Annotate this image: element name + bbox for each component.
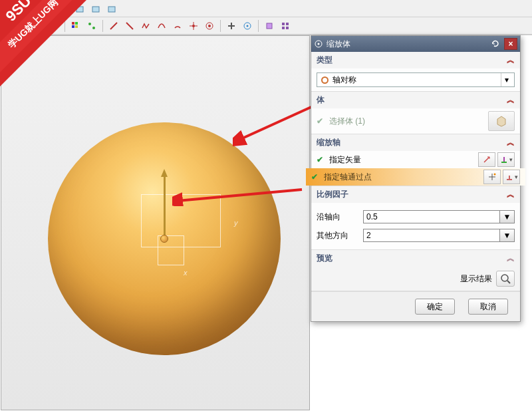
axis-y-label: y xyxy=(234,219,238,227)
type-dropdown-value: 轴对称 xyxy=(332,74,356,86)
grid-icon[interactable] xyxy=(278,19,293,33)
section-scale-axis: 缩放轴︽ ✔ 指定矢量 ✔ 指定轴通过点 xyxy=(311,134,520,186)
select-body-label: 选择体 (1) xyxy=(329,116,488,127)
stepper-button[interactable]: ▼ xyxy=(500,210,515,223)
chevron-up-icon: ︽ xyxy=(507,253,515,264)
cancel-button[interactable]: 取消 xyxy=(468,299,508,315)
other-direction-label: 其他方向 xyxy=(317,230,363,241)
svg-line-16 xyxy=(110,23,117,29)
toolbar-icon[interactable] xyxy=(104,1,119,16)
svg-point-14 xyxy=(88,23,91,25)
viewport[interactable]: y x xyxy=(1,35,310,410)
select-body-row[interactable]: ✔ 选择体 (1) xyxy=(317,112,515,130)
svg-rect-30 xyxy=(282,27,285,29)
chevron-up-icon: ︽ xyxy=(507,55,515,66)
point-icon[interactable] xyxy=(186,19,201,33)
check-icon: ✔ xyxy=(311,172,321,182)
check-icon: ✔ xyxy=(317,155,326,164)
svg-rect-29 xyxy=(286,23,289,25)
plus-icon[interactable] xyxy=(224,19,239,33)
point-picker-button[interactable] xyxy=(483,170,501,184)
section-type: 类型︽ 轴对称 ▾ xyxy=(311,52,520,92)
section-header-type[interactable]: 类型︽ xyxy=(311,52,520,68)
specify-axis-point-row[interactable]: ✔ 指定轴通过点 xyxy=(306,168,525,186)
svg-rect-27 xyxy=(267,23,272,29)
svg-point-37 xyxy=(318,43,320,45)
target2-icon[interactable] xyxy=(240,19,255,33)
reset-icon[interactable] xyxy=(489,38,502,50)
chevron-up-icon: ︽ xyxy=(507,94,515,106)
svg-point-22 xyxy=(208,25,211,27)
origin-point xyxy=(160,235,168,243)
svg-line-33 xyxy=(178,190,302,201)
section-header-preview[interactable]: 预览︽ xyxy=(311,250,520,267)
specify-vector-row[interactable]: ✔ 指定矢量 xyxy=(311,151,520,168)
other-direction-field: 其他方向 ▼ xyxy=(317,227,515,244)
line2-icon[interactable] xyxy=(122,19,137,33)
along-axis-label: 沿轴向 xyxy=(317,211,363,223)
specify-vector-label: 指定矢量 xyxy=(329,154,476,166)
along-axis-field: 沿轴向 ▼ xyxy=(317,208,515,225)
svg-rect-28 xyxy=(282,23,285,25)
show-result-row: 显示结果 xyxy=(311,267,520,291)
svg-point-15 xyxy=(92,27,95,29)
section-body: 体︽ ✔ 选择体 (1) xyxy=(311,92,520,134)
solid-body-icon[interactable] xyxy=(488,111,515,131)
show-result-label: 显示结果 xyxy=(460,273,492,285)
svg-point-47 xyxy=(501,275,508,281)
section-scale-factor: 比例因子︽ 沿轴向 ▼ 其他方向 ▼ xyxy=(311,186,520,250)
arc-icon[interactable] xyxy=(170,19,185,33)
section-preview: 预览︽ 显示结果 xyxy=(311,250,520,291)
dialog-titlebar[interactable]: 缩放体 × xyxy=(311,36,520,52)
svg-line-17 xyxy=(126,23,133,29)
target-icon[interactable] xyxy=(202,19,217,33)
svg-point-26 xyxy=(247,25,249,27)
gear-icon xyxy=(314,39,323,49)
stepper-button[interactable]: ▼ xyxy=(500,229,515,242)
axisymmetric-icon xyxy=(320,75,329,84)
specify-axis-point-label: 指定轴通过点 xyxy=(324,172,481,183)
svg-rect-6 xyxy=(108,7,115,12)
along-axis-input[interactable] xyxy=(363,210,500,223)
axis-arrow xyxy=(164,172,166,239)
svg-rect-31 xyxy=(286,27,289,29)
curve-icon[interactable] xyxy=(154,19,169,33)
section-header-body[interactable]: 体︽ xyxy=(311,92,520,108)
check-icon: ✔ xyxy=(317,116,326,126)
chevron-up-icon: ︽ xyxy=(507,189,515,200)
svg-point-44 xyxy=(494,174,496,176)
line-icon[interactable] xyxy=(106,19,121,33)
svg-rect-5 xyxy=(92,7,99,12)
vector-method-dropdown[interactable] xyxy=(497,152,515,167)
vector-picker-button[interactable] xyxy=(478,152,495,167)
show-result-button[interactable] xyxy=(496,271,515,287)
vertex-icon[interactable] xyxy=(84,19,99,33)
section-header-axis[interactable]: 缩放轴︽ xyxy=(311,134,520,151)
chevron-up-icon: ︽ xyxy=(507,137,515,148)
scale-body-dialog: 缩放体 × 类型︽ 轴对称 ▾ 体︽ ✔ 选择体 (1) 缩放轴︽ xyxy=(311,35,521,322)
toolbar-icon[interactable] xyxy=(88,1,103,16)
svg-line-39 xyxy=(484,157,489,162)
annotation-arrow xyxy=(172,186,305,206)
annotation-arrow xyxy=(233,103,319,150)
svg-line-48 xyxy=(507,281,510,283)
dialog-footer: 确定 取消 xyxy=(311,291,520,321)
type-dropdown[interactable]: 轴对称 ▾ xyxy=(317,72,515,87)
svg-marker-38 xyxy=(497,116,505,126)
svg-line-32 xyxy=(239,106,313,140)
other-direction-input[interactable] xyxy=(363,229,500,242)
axis-x-label: x xyxy=(184,269,188,277)
close-icon[interactable]: × xyxy=(504,38,517,50)
point-method-dropdown[interactable] xyxy=(503,170,520,184)
chevron-down-icon: ▾ xyxy=(501,73,511,86)
section-header-scale[interactable]: 比例因子︽ xyxy=(311,186,520,203)
misc-icon[interactable] xyxy=(262,19,277,33)
ok-button[interactable]: 确定 xyxy=(415,299,455,315)
dialog-title: 缩放体 xyxy=(327,39,350,50)
zigzag-icon[interactable] xyxy=(138,19,153,33)
